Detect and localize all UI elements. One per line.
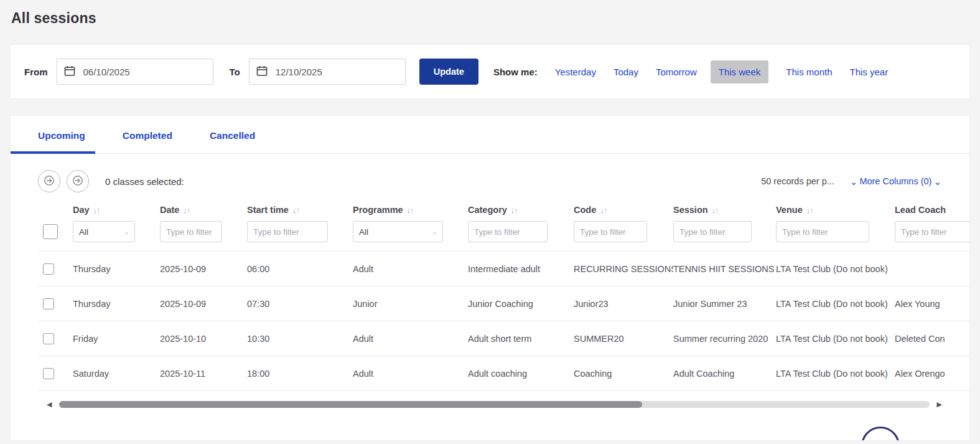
programme-filter-select[interactable]: All⌄: [353, 221, 443, 242]
cell-lead-coach: [895, 252, 969, 286]
quick-range-yesterday[interactable]: Yesterday: [555, 67, 596, 77]
show-me-label: Show me:: [493, 67, 538, 77]
row-checkbox[interactable]: [43, 333, 54, 344]
help-fab-button[interactable]: [861, 427, 900, 441]
arrow-right-circle-icon: [44, 175, 55, 188]
cell-programme: Junior: [353, 286, 468, 321]
cell-lead-coach: Alex Young: [895, 286, 969, 321]
sort-icons[interactable]: ↓↑: [183, 205, 190, 215]
column-header-day[interactable]: Day↓↑: [73, 204, 160, 221]
classes-selected-text: 0 classes selected:: [105, 176, 184, 187]
sort-icons[interactable]: ↓↑: [712, 205, 719, 215]
cell-start-time: 06:00: [247, 252, 353, 286]
cell-venue: LTA Test Club (Do not book): [776, 321, 895, 356]
day-filter-select[interactable]: All⌄: [73, 221, 135, 242]
sort-icons[interactable]: ↓↑: [600, 205, 607, 215]
cell-start-time: 18:00: [247, 356, 353, 391]
export-button-2[interactable]: [67, 170, 89, 192]
cell-date: 2025-10-11: [160, 356, 247, 391]
records-per-page-select[interactable]: 50 records per p...: [761, 176, 834, 186]
sort-icons[interactable]: ↓↑: [93, 205, 100, 215]
column-header-programme[interactable]: Programme↓↑: [353, 204, 468, 221]
column-header-lead-coach[interactable]: Lead Coach: [895, 204, 969, 221]
row-checkbox[interactable]: [43, 298, 54, 309]
scrollbar-track[interactable]: [59, 401, 929, 408]
sessions-table-wrap: Day↓↑ Date↓↑ Start time↓↑ Programme↓↑ Ca…: [38, 204, 969, 391]
row-checkbox[interactable]: [43, 263, 54, 275]
row-checkbox[interactable]: [43, 368, 54, 379]
quick-range-this-year[interactable]: This year: [850, 67, 889, 77]
cell-category: Adult coaching: [468, 356, 574, 391]
table-row: Friday 2025-10-10 10:30 Adult Adult shor…: [38, 321, 969, 356]
more-columns-label: More Columns (0): [859, 176, 931, 186]
cell-session: Summer recurring 2020: [673, 321, 776, 356]
export-button-1[interactable]: [38, 170, 60, 192]
tab-upcoming[interactable]: Upcoming: [30, 116, 93, 153]
quick-range-tomorrow[interactable]: Tomorrow: [656, 67, 697, 77]
cell-category: Junior Coaching: [468, 286, 574, 321]
to-calendar-button[interactable]: [250, 59, 274, 84]
to-label: To: [230, 67, 240, 77]
scroll-right-icon[interactable]: ▶: [937, 400, 942, 409]
scrollbar-thumb[interactable]: [59, 401, 642, 408]
header-checkbox-spacer: [38, 204, 73, 221]
table-toolbar: 0 classes selected: 50 records per p... …: [11, 154, 969, 204]
cell-code: Junior23: [574, 286, 673, 321]
start-time-filter-input[interactable]: [247, 221, 328, 242]
page-title: All sessions: [11, 10, 980, 27]
lead-coach-filter-input[interactable]: [895, 221, 969, 242]
header-row: Day↓↑ Date↓↑ Start time↓↑ Programme↓↑ Ca…: [38, 204, 969, 221]
select-all-checkbox[interactable]: [43, 224, 58, 239]
cell-day: Thursday: [73, 252, 160, 286]
cell-date: 2025-10-09: [160, 286, 247, 321]
sort-icons[interactable]: ↓↑: [407, 205, 414, 215]
cell-lead-coach: Deleted Con: [895, 321, 969, 356]
column-header-venue[interactable]: Venue↓↑: [776, 204, 895, 221]
from-calendar-button[interactable]: [57, 59, 82, 84]
tab-bar: Upcoming Completed Cancelled: [11, 116, 969, 154]
sort-icons[interactable]: ↓↑: [806, 205, 813, 215]
update-button[interactable]: Update: [419, 59, 478, 85]
scroll-left-icon[interactable]: ◀: [47, 400, 52, 409]
cell-programme: Adult: [353, 252, 468, 286]
quick-range-this-week[interactable]: This week: [711, 60, 769, 83]
sort-icons[interactable]: ↓↑: [511, 205, 518, 215]
from-date-input[interactable]: [82, 67, 213, 77]
toolbar-right: 50 records per p... ⌄ More Columns (0) ⌄: [761, 176, 943, 186]
select-caret-icon: ⌄: [124, 229, 129, 235]
quick-range-this-month[interactable]: This month: [786, 67, 832, 77]
to-date-input[interactable]: [274, 67, 405, 77]
date-filter-bar: From To: [10, 44, 970, 99]
from-date-group: [57, 59, 213, 85]
tab-completed[interactable]: Completed: [115, 116, 180, 153]
column-header-session[interactable]: Session↓↑: [673, 204, 776, 221]
cell-day: Thursday: [73, 286, 160, 321]
cell-code: Coaching: [574, 356, 673, 391]
table-row: Thursday 2025-10-09 06:00 Adult Intermed…: [38, 252, 969, 286]
session-filter-input[interactable]: [673, 221, 752, 242]
cell-start-time: 07:30: [247, 286, 353, 321]
column-header-date[interactable]: Date↓↑: [160, 204, 247, 221]
chevron-down-icon: ⌄: [850, 177, 858, 186]
column-header-start-time[interactable]: Start time↓↑: [247, 204, 353, 221]
code-filter-input[interactable]: [574, 221, 647, 242]
quick-range-today[interactable]: Today: [614, 67, 638, 77]
table-row: Thursday 2025-10-09 07:30 Junior Junior …: [38, 286, 969, 321]
cell-date: 2025-10-09: [160, 252, 247, 286]
cell-day: Saturday: [73, 356, 160, 391]
cell-code: SUMMER20: [574, 321, 673, 356]
date-filter-input[interactable]: [160, 221, 222, 242]
cell-code: RECURRING SESSIONS: [574, 252, 673, 286]
column-header-category[interactable]: Category↓↑: [468, 204, 574, 221]
filter-row: All⌄ All⌄: [38, 221, 969, 252]
venue-filter-input[interactable]: [776, 221, 869, 242]
category-filter-input[interactable]: [468, 221, 548, 242]
sort-icons[interactable]: ↓↑: [292, 205, 299, 215]
cell-category: Intermediate adult: [468, 252, 574, 286]
cell-session: TENNIS HIIT SESSIONS: [673, 252, 776, 286]
from-label: From: [24, 67, 48, 77]
more-columns-button[interactable]: ⌄ More Columns (0) ⌄: [848, 176, 943, 186]
tab-cancelled[interactable]: Cancelled: [202, 116, 263, 153]
calendar-icon: [64, 65, 75, 78]
column-header-code[interactable]: Code↓↑: [574, 204, 673, 221]
